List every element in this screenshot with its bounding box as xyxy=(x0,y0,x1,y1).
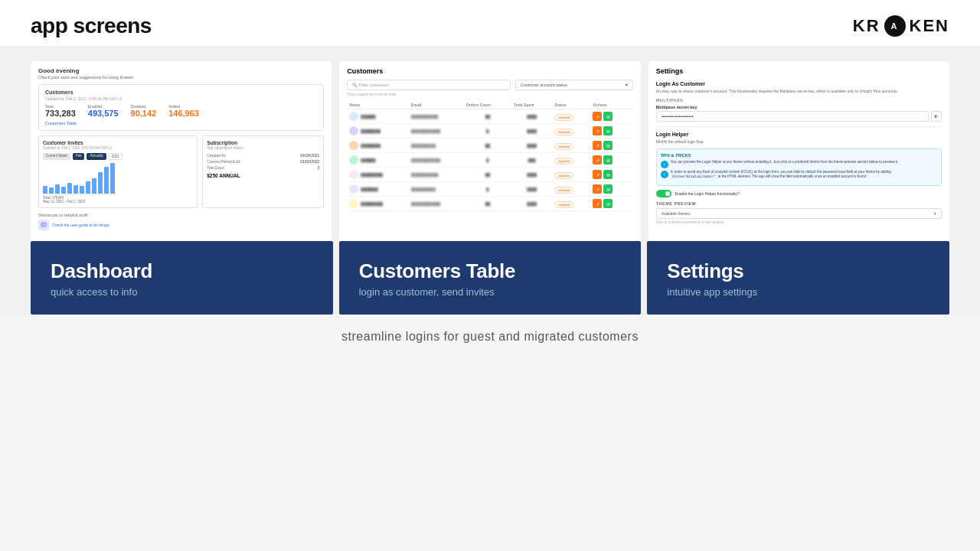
stat-disabled-value: 90,142 xyxy=(131,109,157,118)
bar-11 xyxy=(104,167,109,194)
table-row: █████████ ████████████ ██ ████ disabled … xyxy=(347,197,632,211)
main-content: Good evening Check your stats and sugges… xyxy=(0,46,980,315)
col-orders: Orders Count xyxy=(464,101,511,109)
login-btn[interactable]: ↗ xyxy=(593,141,602,150)
invite-btn[interactable]: ✉ xyxy=(603,199,612,208)
stat-invited-value: 146,963 xyxy=(168,109,199,118)
bar-1 xyxy=(43,186,47,194)
created-label: Created At: xyxy=(207,153,226,158)
theme-hint: Click at a theme to preview in a new win… xyxy=(656,220,942,224)
overlay-dashboard-title: Dashboard xyxy=(51,259,313,283)
login-as-customer-title: Login As Customer xyxy=(656,81,942,86)
dash-greeting: Good evening xyxy=(38,67,324,74)
shortcuts-section: Shortcuts to helpful stuff Check the use… xyxy=(38,213,324,230)
shortcut-text: Check the user guide to do things. xyxy=(52,223,110,227)
cust-search-box[interactable]: 🔍 Filter customers xyxy=(347,80,511,90)
customers-title: Customers xyxy=(45,90,317,95)
login-btn[interactable]: ↗ xyxy=(593,184,602,194)
login-btn[interactable]: ↗ xyxy=(593,112,602,121)
status-badge: disabled xyxy=(554,201,573,208)
tips-title: TIPS & TRICKS xyxy=(661,153,937,158)
shortcuts-title: Shortcuts to helpful stuff xyxy=(38,213,324,217)
status-badge: disabled xyxy=(554,187,573,194)
status-badge: disabled xyxy=(554,172,573,179)
login-as-customer-desc: An easy way to check customer's account.… xyxy=(656,89,942,94)
svg-rect-0 xyxy=(41,223,46,227)
status-placeholder: Customer account status xyxy=(521,83,567,87)
invite-btn[interactable]: ✉ xyxy=(603,112,612,121)
multipass-input[interactable]: •••••••••••••••••••• xyxy=(656,111,929,122)
filter-year[interactable]: 2021 xyxy=(109,153,122,160)
overlay-settings-subtitle: intuitive app settings xyxy=(667,286,929,298)
eye-button[interactable]: 👁 xyxy=(931,111,942,122)
period-value: 01/02/2022 xyxy=(300,159,319,164)
avatar xyxy=(349,199,358,208)
customers-table: Name Email Orders Count Total Spent Stat… xyxy=(347,101,632,211)
table-row: ███████ ██████████ █ ████ disabled ↗✉ xyxy=(347,182,632,197)
info-icon-2: i xyxy=(661,171,668,178)
status-badge: disabled xyxy=(554,158,573,165)
customers-updated: Updated at: Feb 2, 2022, 9:55:19 PM GMT+… xyxy=(45,96,317,101)
tip-text-2: In order to avoid any flash of unstyled … xyxy=(671,170,937,180)
avatar xyxy=(349,155,358,165)
bar-2 xyxy=(49,187,54,194)
invite-btn[interactable]: ✉ xyxy=(603,155,612,165)
login-helper-desc: Modify the default login flow. xyxy=(656,139,942,145)
toggle-row: Enable the Login Helper functionality? xyxy=(656,190,942,197)
tip-text-1: You can preview the Login Helper at any … xyxy=(671,160,899,168)
avatar xyxy=(349,112,358,121)
login-btn[interactable]: ↗ xyxy=(593,199,602,208)
mini-chart xyxy=(43,163,193,194)
bar-8 xyxy=(86,181,90,194)
overlay-customers-title: Customers Table xyxy=(359,259,622,283)
invite-btn[interactable]: ✉ xyxy=(603,170,612,179)
page-header: app screens KRAKEN xyxy=(0,0,980,46)
overlay-cards-row: Dashboard quick access to info Customers… xyxy=(23,241,957,315)
login-btn[interactable]: ↗ xyxy=(593,126,602,135)
info-icon: i xyxy=(661,161,668,168)
login-btn[interactable]: ↗ xyxy=(593,170,602,179)
invite-btn[interactable]: ✉ xyxy=(603,126,612,135)
cust-hint: Type a search term and hit enter xyxy=(347,93,632,96)
bar-3 xyxy=(55,184,60,194)
overlay-customers-subtitle: login as customer, send invites xyxy=(359,286,622,298)
status-dropdown[interactable]: Customer account status ▾ xyxy=(515,80,633,90)
logo-icon: A xyxy=(884,15,906,37)
theme-dropdown-label: Available themes xyxy=(662,211,691,216)
tip-item-1: i You can preview the Login Helper at an… xyxy=(661,160,937,168)
theme-dropdown[interactable]: Available themes ▾ xyxy=(656,208,942,219)
trial-value: 3 xyxy=(318,165,320,170)
table-row: ██████ ███████████ ██ ████ disabled ↗✉ xyxy=(347,109,632,124)
filter-week[interactable]: Current Week xyxy=(43,153,70,160)
login-helper-toggle[interactable] xyxy=(656,190,671,197)
stat-total-value: 733,283 xyxy=(45,109,76,118)
period-label: Current Period End: xyxy=(207,159,240,164)
customers-table-link[interactable]: Customers Table xyxy=(45,121,317,126)
dash-sub: Check your stats and suggestions for usi… xyxy=(38,75,324,80)
trial-label: Trial Days: xyxy=(207,165,225,170)
col-status: Status xyxy=(552,101,590,109)
invite-btn[interactable]: ✉ xyxy=(603,184,612,194)
tip-item-2: i In order to avoid any flash of unstyle… xyxy=(661,170,937,180)
login-btn[interactable]: ↗ xyxy=(593,155,602,165)
bar-5 xyxy=(67,183,72,194)
status-badge: disabled xyxy=(554,114,573,121)
search-icon: 🔍 xyxy=(352,83,358,87)
invites-title: Customer Invites xyxy=(43,140,193,145)
bar-4 xyxy=(61,187,66,194)
multipass-input-row: •••••••••••••••••••• 👁 xyxy=(656,111,942,122)
settings-title: Settings xyxy=(656,67,942,75)
chevron-down-icon: ▾ xyxy=(934,211,936,216)
invite-btn[interactable]: ✉ xyxy=(603,141,612,150)
table-row: ████████ ██████████ ██ ████ disabled ↗✉ xyxy=(347,139,632,153)
overlay-card-dashboard: Dashboard quick access to info xyxy=(31,241,333,315)
customers-box: Customers Updated at: Feb 2, 2022, 9:55:… xyxy=(38,84,324,131)
filter-annually[interactable]: Annually xyxy=(87,153,106,160)
overlay-settings-title: Settings xyxy=(667,259,929,283)
filter-feb[interactable]: Feb xyxy=(73,153,85,160)
divider xyxy=(656,126,942,127)
invites-updated: Updated at: Feb 2, 2022, 9:55:30 PM GMT+… xyxy=(43,146,193,150)
toggle-label: Enable the Login Helper functionality? xyxy=(675,191,740,196)
login-helper-title: Login Helper xyxy=(656,132,942,137)
subscription-title: Subscription xyxy=(207,140,319,145)
